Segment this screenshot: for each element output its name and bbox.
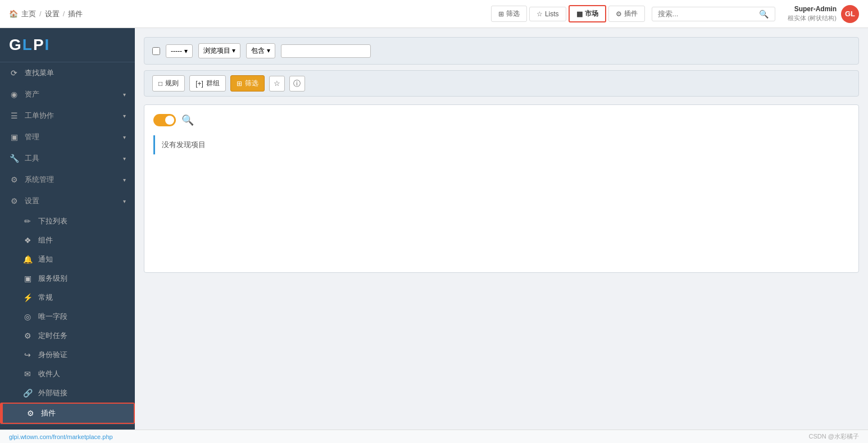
home-icon: 🏠 (9, 10, 18, 18)
sidebar-sub-label: 外部链接 (38, 388, 67, 398)
breadcrumb-settings[interactable]: 设置 (45, 9, 60, 19)
sidebar-sub-label: 组件 (38, 235, 53, 245)
contains-label: 包含 ▾ (251, 46, 270, 56)
logo: GLPI (0, 28, 135, 62)
recipients-icon: ✉ (22, 369, 33, 378)
filter-icon: ⊞ (498, 10, 504, 18)
sidebar-sub-general[interactable]: ⚡ 常规 (0, 288, 135, 307)
sidebar-sub-notifications[interactable]: 🔔 通知 (0, 250, 135, 269)
avatar[interactable]: GL (841, 5, 859, 23)
user-role: 根实体 (树状结构) (788, 14, 837, 22)
manage-icon: ▣ (9, 133, 19, 141)
settings-arrow: ▾ (123, 198, 126, 204)
sidebar-sub-recipients[interactable]: ✉ 收件人 (0, 364, 135, 383)
breadcrumb: 🏠 主页 / 设置 / 插件 (9, 9, 484, 19)
sidebar-sub-label: 定时任务 (38, 331, 67, 341)
info-icon: ⓘ (293, 79, 301, 89)
auth-icon: ↪ (22, 350, 33, 359)
sidebar-collapse-btn[interactable]: « 折叠菜单 (0, 424, 135, 430)
sidebar-item-settings[interactable]: ⚙ 设置 ▾ (0, 190, 135, 212)
breadcrumb-plugins[interactable]: 插件 (68, 9, 83, 19)
sidebar-item-tools[interactable]: 🔧 工具 ▾ (0, 148, 135, 169)
sidebar-item-assets[interactable]: ◉ 资产 ▾ (0, 84, 135, 105)
logo-text: GLPI (9, 36, 50, 54)
filter-button[interactable]: ⊞ 筛选 (230, 75, 265, 92)
assets-arrow: ▾ (123, 92, 126, 98)
filter-select-arrow: ▾ (184, 47, 188, 55)
sidebar-sub-label: 下拉列表 (38, 216, 67, 226)
content-area: ----- ▾ 浏览项目 ▾ 包含 ▾ □ 规则 [+] 群组 ⊞ 筛 (135, 28, 868, 430)
scheduled-tasks-icon: ⚙ (22, 331, 33, 340)
rule-button[interactable]: □ 规则 (152, 75, 185, 92)
filter-text-input[interactable] (281, 44, 371, 58)
sidebar-sub-service-levels[interactable]: ▣ 服务级别 (0, 269, 135, 288)
components-icon: ❖ (22, 236, 33, 245)
browse-items-dropdown[interactable]: 浏览项目 ▾ (198, 43, 240, 58)
sidebar-sub-unique-fields[interactable]: ◎ 唯一字段 (0, 307, 135, 326)
marketplace-content: 🔍 没有发现项目 (144, 104, 859, 273)
general-icon: ⚡ (22, 293, 33, 302)
info-button[interactable]: ⓘ (289, 76, 305, 92)
filter-select-dropdown[interactable]: ----- ▾ (166, 44, 193, 58)
sidebar-item-sysadmin[interactable]: ⚙ 系统管理 ▾ (0, 169, 135, 190)
sidebar-sub-label: 通知 (38, 254, 53, 264)
sidebar-sub-label: 身份验证 (38, 350, 67, 360)
lists-icon: ☆ (537, 10, 543, 18)
ticket-ops-arrow: ▾ (123, 113, 126, 119)
footer-url: glpi.wtown.com/front/marketplace.php (9, 433, 113, 440)
tools-icon: 🔧 (9, 154, 19, 163)
select-all-checkbox[interactable] (152, 47, 160, 55)
tab-market[interactable]: ▦ 市场 (569, 5, 606, 22)
sidebar-sub-auth[interactable]: ↪ 身份验证 (0, 345, 135, 364)
breadcrumb-home[interactable]: 主页 (21, 9, 36, 19)
group-icon: [+] (196, 80, 203, 88)
unique-fields-icon: ◎ (22, 312, 33, 321)
breadcrumb-sep1: / (39, 10, 42, 18)
sidebar-item-ticket-ops[interactable]: ☰ 工单协作 ▾ (0, 105, 135, 126)
user-name: Super-Admin (788, 4, 837, 14)
star-icon: ☆ (274, 79, 280, 88)
sidebar-item-label: 管理 (25, 132, 39, 142)
sidebar-sub-scheduled-tasks[interactable]: ⚙ 定时任务 (0, 326, 135, 345)
sidebar-item-label: 工具 (25, 153, 39, 163)
sysadmin-icon: ⚙ (9, 175, 19, 184)
breadcrumb-sep2: / (63, 10, 65, 18)
search-input[interactable] (658, 10, 759, 18)
user-info: Super-Admin 根实体 (树状结构) GL (788, 4, 859, 22)
tab-lists[interactable]: ☆ Lists (529, 7, 566, 21)
sidebar-item-label: 资产 (25, 89, 39, 99)
sidebar-sub-external-links[interactable]: 🔗 外部链接 (0, 383, 135, 403)
plugin-tab-icon: ⚙ (616, 10, 622, 18)
sidebar-item-label: 系统管理 (25, 175, 54, 185)
rule-icon: □ (158, 80, 162, 88)
sidebar-item-label: 设置 (25, 196, 39, 206)
contains-dropdown[interactable]: 包含 ▾ (246, 43, 275, 58)
sidebar-sub-label: 收件人 (38, 369, 60, 379)
filter-bar: ----- ▾ 浏览项目 ▾ 包含 ▾ (144, 37, 859, 65)
tab-filter[interactable]: ⊞ 筛选 (491, 6, 527, 22)
footer-bar: glpi.wtown.com/front/marketplace.php CSD… (0, 430, 868, 443)
filter-action-icon: ⊞ (237, 80, 242, 88)
toggle-switch[interactable] (153, 114, 176, 126)
no-items-bar: 没有发现项目 (153, 135, 849, 154)
settings-icon: ⚙ (9, 197, 19, 205)
dropdown-list-icon: ✏ (22, 217, 33, 226)
assets-icon: ◉ (9, 90, 19, 99)
sidebar-item-label: 查找菜单 (25, 68, 54, 78)
main-layout: GLPI ⟳ 查找菜单 ◉ 资产 ▾ ☰ 工单协作 ▾ ▣ 管理 ▾ 🔧 工具 … (0, 28, 868, 430)
tools-arrow: ▾ (123, 156, 126, 162)
user-text: Super-Admin 根实体 (树状结构) (788, 4, 837, 22)
sidebar-sub-dropdown-list[interactable]: ✏ 下拉列表 (0, 212, 135, 231)
group-button[interactable]: [+] 群组 (189, 75, 226, 92)
search-magnify-icon[interactable]: 🔍 (181, 114, 194, 126)
sidebar-sub-plugins[interactable]: ⚙ 插件 (1, 404, 134, 423)
search-bar: 🔍 (652, 7, 775, 21)
sidebar-item-find-menu[interactable]: ⟳ 查找菜单 (0, 62, 135, 84)
sidebar-sub-components[interactable]: ❖ 组件 (0, 231, 135, 250)
tab-plugin[interactable]: ⚙ 插件 (608, 6, 645, 22)
star-button[interactable]: ☆ (269, 76, 285, 92)
manage-arrow: ▾ (123, 134, 126, 140)
sidebar-item-manage[interactable]: ▣ 管理 ▾ (0, 126, 135, 148)
filter-select-value: ----- (171, 47, 182, 55)
search-icon[interactable]: 🔍 (759, 10, 769, 19)
